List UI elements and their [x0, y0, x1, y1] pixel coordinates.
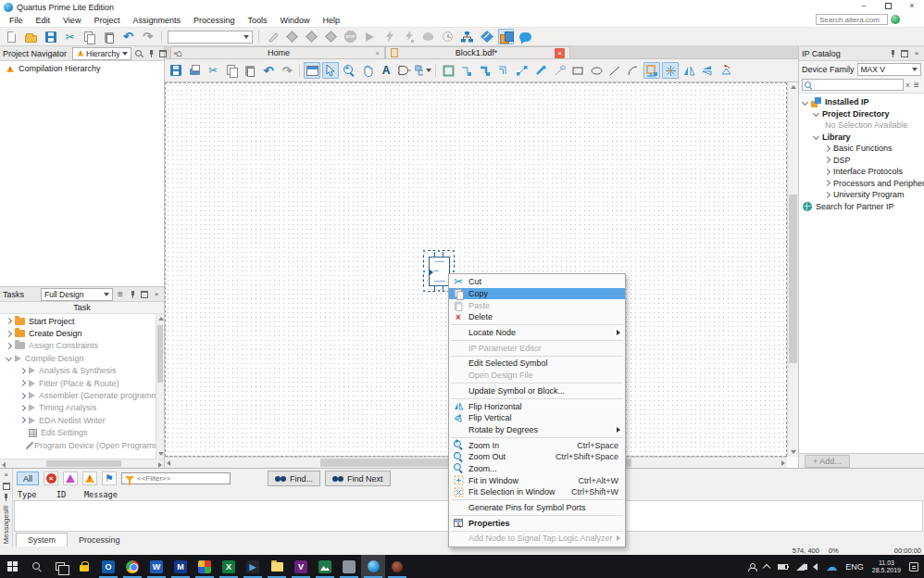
programmer-button[interactable]	[420, 29, 436, 44]
paste-button[interactable]	[101, 29, 117, 44]
pin-icon[interactable]	[2, 493, 11, 502]
tree-item-dsp[interactable]: DSP	[799, 155, 924, 167]
menu-assignments[interactable]: Assignments	[126, 16, 187, 25]
language-indicator[interactable]: ENG	[845, 562, 864, 572]
chevron-right-icon[interactable]	[19, 380, 26, 386]
tree-item-processors-peripherals[interactable]: Processors and Peripherals	[799, 178, 924, 190]
task-row-eda-netlist-writer[interactable]: EDA Netlist Writer	[0, 414, 164, 426]
menu-item-cut[interactable]: ✂ Cut	[449, 276, 625, 288]
tab-processing[interactable]: Processing	[68, 534, 131, 547]
task-view-button[interactable]	[48, 555, 72, 578]
menu-edit[interactable]: Edit	[30, 16, 57, 25]
menu-item-open-design-file[interactable]: Open Design File	[449, 370, 625, 382]
orthogonal-node-tool[interactable]	[458, 62, 475, 79]
cut-button[interactable]: ✂	[62, 29, 78, 44]
menu-item-locate-node[interactable]: Locate Node	[449, 327, 625, 339]
menu-item-flip-vertical[interactable]: Flip Vertical	[449, 412, 625, 424]
flow-combobox[interactable]: Full Design	[41, 288, 113, 301]
chevron-right-icon[interactable]	[824, 169, 830, 175]
taskbar-app-outlook[interactable]: O	[96, 555, 120, 578]
menu-item-rotate-by-degrees[interactable]: Rotate by Degrees	[449, 424, 625, 436]
compilation-hierarchy-item[interactable]: Compilation Hierarchy	[2, 64, 162, 73]
start-timing-button[interactable]	[401, 29, 417, 44]
menu-item-flip-horizontal[interactable]: Flip Horizontal	[449, 400, 625, 412]
taskbar-app-file-explorer[interactable]	[265, 555, 289, 578]
chevron-right-icon[interactable]	[824, 192, 830, 198]
close-icon[interactable]: ×	[2, 471, 11, 480]
task-row-assign-constraints[interactable]: Assign Constraints	[0, 340, 164, 352]
task-row-fitter[interactable]: Fitter (Place & Route)	[0, 377, 164, 389]
selection-handle[interactable]	[422, 249, 426, 253]
scroll-down-icon[interactable]	[158, 452, 164, 456]
instance-tool-button[interactable]	[415, 62, 431, 79]
menu-item-edit-selected-symbol[interactable]: Edit Selected Symbol	[449, 358, 625, 370]
taskbar-app-cube[interactable]	[193, 555, 217, 578]
task-row-assembler[interactable]: Assembler (Generate programming files)	[0, 389, 164, 401]
chip-planner-button[interactable]	[323, 29, 339, 44]
list-icon[interactable]: ≡	[116, 290, 125, 299]
paste-button[interactable]	[242, 62, 258, 79]
altera-search-input[interactable]	[816, 14, 888, 25]
menu-item-copy[interactable]: Copy	[449, 288, 625, 300]
canvas-vertical-scrollbar[interactable]	[787, 82, 798, 457]
start-analysis-button[interactable]	[381, 29, 397, 44]
taskbar-app-chrome[interactable]	[120, 555, 144, 578]
taskbar-app-visual-studio[interactable]: V	[289, 555, 313, 578]
tab-block1-bdf[interactable]: Block1.bdf* ×	[385, 46, 570, 58]
timing-analyzer-button[interactable]	[440, 29, 456, 44]
menu-file[interactable]: File	[3, 16, 30, 25]
search-icon[interactable]	[134, 49, 144, 58]
menu-item-zoom-out[interactable]: − Zoom Out Ctrl+Shift+Space	[449, 451, 625, 463]
taskbar-app-word[interactable]: W	[144, 555, 169, 578]
selection-handle[interactable]	[437, 249, 441, 253]
task-row-program-device[interactable]: Program Device (Open Programmer)	[0, 439, 164, 451]
speaker-icon[interactable]	[813, 563, 818, 571]
add-ip-button[interactable]: + Add...	[805, 455, 850, 468]
selection-handle[interactable]	[437, 289, 441, 293]
chevron-down-icon[interactable]	[426, 69, 431, 72]
taskbar-app-media-player[interactable]: ▶	[241, 555, 265, 578]
menu-item-zoom[interactable]: Zoom...	[449, 463, 625, 475]
settings-button[interactable]	[284, 29, 300, 44]
task-row-timing-analysis[interactable]: Timing Analysis	[0, 402, 164, 414]
find-next-button[interactable]: Find Next	[325, 471, 391, 486]
copy-button[interactable]	[223, 62, 240, 79]
ip-search-input[interactable]	[802, 79, 904, 91]
diagonal-bus-tool[interactable]	[532, 62, 549, 79]
taskbar-app-quartus[interactable]	[361, 555, 385, 578]
taskbar-app-lock[interactable]	[72, 555, 96, 578]
warnings-filter-button[interactable]	[82, 471, 97, 485]
tree-item-search-partner-ip[interactable]: Search for Partner IP	[799, 201, 924, 213]
find-button[interactable]: Find...	[268, 471, 320, 486]
comment-button[interactable]	[518, 29, 533, 44]
float-window-icon[interactable]	[2, 482, 11, 491]
print-button[interactable]	[186, 62, 203, 79]
copy-button[interactable]	[81, 29, 97, 44]
close-icon[interactable]: ×	[912, 49, 921, 58]
selection-handle[interactable]	[452, 249, 456, 253]
selection-handle[interactable]	[422, 289, 426, 293]
close-tab-button[interactable]: ×	[555, 48, 565, 58]
pin-planner-button[interactable]	[304, 29, 319, 44]
search-go-icon[interactable]	[891, 15, 900, 24]
menu-processing[interactable]: Processing	[187, 16, 242, 25]
menu-item-add-node-signal-tap[interactable]: Add Node to Signal Tap Logic Analyzer	[449, 533, 625, 545]
flipflop-symbol[interactable]	[429, 257, 450, 286]
task-row-compile-design[interactable]: Compile Design	[0, 352, 164, 364]
diagonal-node-tool[interactable]	[514, 62, 531, 79]
close-icon[interactable]: ×	[152, 290, 161, 299]
scroll-right-icon[interactable]	[781, 460, 785, 466]
chevron-right-icon[interactable]	[19, 417, 26, 423]
taskbar-clock[interactable]: 11.03 28.5.2019	[872, 559, 901, 574]
chevron-down-icon[interactable]	[813, 133, 819, 140]
cut-button[interactable]: ✂	[205, 62, 221, 79]
taskbar-app-gray[interactable]	[337, 555, 361, 578]
scroll-left-icon[interactable]	[167, 460, 170, 466]
float-window-icon[interactable]	[140, 290, 149, 299]
close-tab-icon[interactable]: ×	[375, 49, 380, 57]
close-button[interactable]: ×	[900, 0, 924, 13]
scroll-up-icon[interactable]	[158, 317, 164, 320]
menu-item-delete[interactable]: × Delete	[449, 311, 625, 323]
chevron-right-icon[interactable]	[824, 180, 830, 186]
flag-filter-button[interactable]: ⚑	[102, 471, 117, 485]
